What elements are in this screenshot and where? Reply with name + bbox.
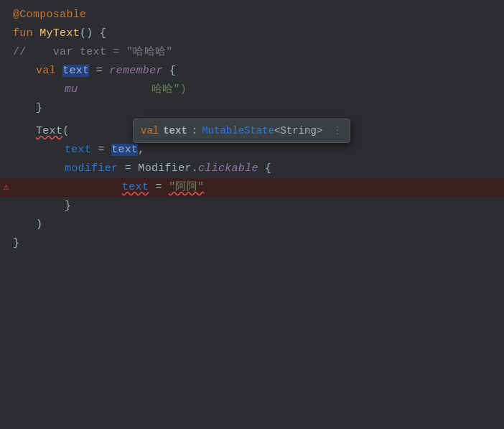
line-content-9: modifier = Modifier.clickable { bbox=[65, 160, 271, 177]
tooltip-varname: text bbox=[163, 123, 187, 139]
code-line-8: text = text, bbox=[0, 141, 504, 160]
brace-close: } bbox=[36, 102, 42, 114]
remember-func: remember bbox=[109, 65, 162, 77]
comment: // var text = "哈哈哈" bbox=[13, 46, 173, 58]
code-editor: @Composable fun MyText() { // var text =… bbox=[0, 0, 504, 429]
brace-open2: { bbox=[258, 162, 272, 175]
line-content-2: fun MyText() { bbox=[13, 25, 106, 42]
code-line-12: ) bbox=[0, 216, 504, 234]
paren-close: ) bbox=[36, 218, 42, 231]
line-content-11: } bbox=[65, 198, 71, 215]
error-icon: ⚠ bbox=[4, 180, 9, 195]
error-gutter-icon: ⚠ bbox=[1, 180, 11, 195]
outer-brace-close: } bbox=[13, 237, 19, 249]
code-line-9: modifier = Modifier.clickable { bbox=[0, 160, 504, 178]
code-line-6: } bbox=[0, 99, 504, 118]
equals: = bbox=[89, 65, 109, 77]
eq2: = bbox=[118, 162, 138, 175]
code-line-11: } bbox=[0, 197, 504, 216]
code-line-10: ⚠ text = "阿阿" bbox=[0, 178, 504, 197]
highlighted-text-var: text bbox=[62, 65, 89, 77]
text-func-name: Text bbox=[36, 125, 62, 137]
code-line-4: val text = remember { bbox=[0, 62, 504, 80]
line-content-12: ) bbox=[36, 216, 42, 234]
param-text-value: text bbox=[111, 144, 138, 156]
keyword-fun: fun bbox=[13, 27, 39, 40]
paren-open: ( bbox=[62, 125, 69, 137]
modifier-label: modifier bbox=[65, 162, 118, 175]
line-content-13: } bbox=[13, 235, 19, 252]
hover-tooltip: val text : MutableState<String> ⋮ bbox=[133, 119, 350, 143]
err-eq: = bbox=[149, 181, 169, 193]
code-line-13: } bbox=[0, 234, 504, 253]
line-content-1: @Composable bbox=[13, 6, 86, 24]
brace-open: { bbox=[163, 65, 177, 77]
tooltip-type-name: MutableState bbox=[202, 125, 274, 137]
err-text-var: text bbox=[122, 181, 149, 193]
keyword-val: val bbox=[36, 65, 62, 77]
err-string-val: "阿阿" bbox=[169, 181, 204, 193]
code-line-2: fun MyText() { bbox=[0, 24, 504, 43]
line-content-3: // var text = "哈哈哈" bbox=[13, 44, 173, 61]
line-content-6: } bbox=[36, 100, 42, 117]
string-val: 哈哈") bbox=[78, 83, 187, 96]
err-text-label: text bbox=[122, 181, 149, 193]
tooltip-more-options[interactable]: ⋮ bbox=[332, 123, 342, 139]
tooltip-type: MutableState<String> bbox=[202, 123, 322, 139]
tooltip-type-param: <String> bbox=[274, 125, 322, 137]
annotation: @Composable bbox=[13, 9, 86, 21]
comma: , bbox=[138, 144, 144, 156]
func-name: MyText bbox=[39, 27, 80, 40]
clickable-func: clickable bbox=[198, 162, 258, 175]
punct: () { bbox=[80, 27, 106, 40]
code-line-3: // var text = "哈哈哈" bbox=[0, 43, 504, 62]
brace-close2: } bbox=[65, 200, 71, 212]
tooltip-colon: : bbox=[192, 123, 197, 139]
mutable-state: mu bbox=[65, 83, 78, 96]
err-string: "阿阿" bbox=[169, 181, 204, 193]
line-content-8: text = text, bbox=[65, 142, 145, 159]
eq: = bbox=[91, 144, 111, 156]
param-text-label: text bbox=[65, 144, 91, 156]
code-line-1: @Composable bbox=[0, 6, 504, 24]
line-content-7: Text( bbox=[36, 123, 70, 140]
modifier-class: Modifier. bbox=[138, 162, 198, 175]
line-content-4: val text = remember { bbox=[36, 63, 176, 80]
tooltip-keyword: val bbox=[141, 123, 159, 139]
line-content-5: mu 哈哈") bbox=[65, 81, 187, 98]
line-content-10: text = "阿阿" bbox=[13, 179, 204, 196]
code-line-5: mu 哈哈") bbox=[0, 80, 504, 99]
text-comp: Text bbox=[36, 125, 62, 137]
